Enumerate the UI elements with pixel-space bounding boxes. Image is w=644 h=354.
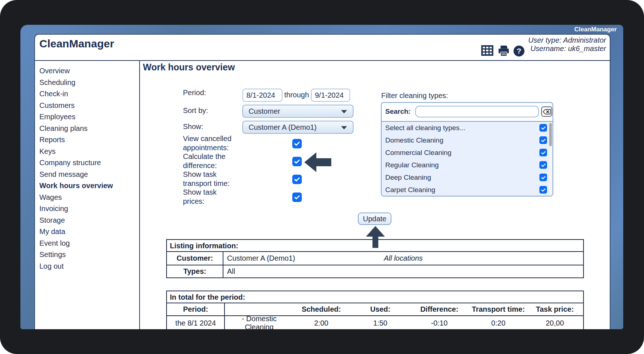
sidebar-item[interactable]: Keys	[39, 146, 113, 157]
cleaning-type-checkbox[interactable]	[539, 136, 547, 144]
listing-row-value: Customer A (Demo1)	[223, 254, 295, 262]
table-cell: 2:00	[290, 316, 352, 329]
view-cancelled-label: View cancelledappointments:	[183, 134, 231, 152]
sort-by-dropdown[interactable]: Customer	[242, 105, 354, 118]
sidebar-item[interactable]: Invoicing	[39, 203, 113, 215]
show-value: Customer A (Demo1)	[249, 123, 317, 131]
sidebar-item[interactable]: Company structure	[39, 157, 113, 169]
app-logo-title: CleanManager	[39, 38, 114, 50]
help-icon[interactable]: ?	[514, 46, 524, 57]
cleaning-type-row[interactable]: Regular Cleaning	[382, 159, 553, 171]
sidebar-item[interactable]: Wages	[39, 192, 113, 203]
table-cell: 20,00	[527, 316, 583, 329]
table-cell: - Domestic Cleaning	[225, 316, 290, 329]
sidebar-item[interactable]: Event log	[39, 238, 113, 249]
filter-panel: Search: Select all cleaning types...	[381, 102, 553, 197]
column-header	[225, 303, 290, 315]
cleaning-type-label: Select all cleaning types...	[385, 124, 465, 132]
cleaning-type-label: Deep Cleaning	[385, 174, 431, 181]
sidebar-item[interactable]: My data	[39, 226, 113, 238]
update-button[interactable]: Update	[358, 213, 391, 225]
transport-time-checkbox[interactable]	[292, 175, 302, 184]
sidebar-item[interactable]: Overview	[39, 65, 113, 77]
column-header: Scheduled:	[290, 303, 352, 315]
period-label: Period:	[183, 88, 206, 97]
cleaning-type-checkbox[interactable]	[539, 161, 547, 169]
sidebar-item[interactable]: Cleaning plans	[39, 123, 113, 135]
left-arrow-annotation	[304, 152, 331, 174]
app-panel: CleanManager ? User type: Administrator	[34, 34, 610, 329]
listing-row-label: Customer:	[167, 252, 223, 265]
table-cell: 0:20	[470, 316, 526, 329]
filter-title: Filter cleaning types:	[381, 91, 448, 100]
cleaning-type-list: Select all cleaning types... Domestic Cl…	[382, 122, 553, 196]
column-header: Task price:	[527, 303, 583, 315]
table-grid-icon[interactable]	[481, 45, 493, 57]
user-type-text: User type: Administrator	[528, 36, 606, 44]
browser-chrome-title: CleanManager	[574, 25, 617, 34]
chevron-down-icon	[341, 126, 347, 129]
sort-by-label: Sort by:	[183, 106, 208, 115]
sidebar-divider	[139, 61, 140, 329]
cleaning-type-label: Regular Cleaning	[385, 161, 439, 169]
cleaning-type-label: Domestic Cleaning	[385, 136, 443, 144]
user-info: User type: Administrator Username: uk6_m…	[528, 36, 606, 53]
cleaning-type-checkbox[interactable]	[539, 174, 547, 181]
sidebar-item[interactable]: Storage	[39, 215, 113, 226]
sidebar-item[interactable]: Settings	[39, 249, 113, 261]
view-cancelled-checkbox[interactable]	[292, 139, 302, 148]
sidebar-item[interactable]: Employees	[39, 111, 113, 123]
table-cell: the 8/1 2024	[167, 316, 225, 329]
totals-table: In total for the period: Period: Schedul…	[166, 291, 584, 329]
task-prices-label: Show taskprices:	[183, 188, 216, 206]
scrollbar-thumb[interactable]	[549, 123, 552, 146]
column-header: Used:	[352, 303, 408, 315]
period-from-input[interactable]	[242, 89, 282, 102]
cleaning-type-row[interactable]: Select all cleaning types...	[382, 122, 553, 134]
through-label: through	[284, 90, 309, 100]
table-row: the 8/1 2024 - Domestic Cleaning 2:00 1:…	[167, 316, 583, 329]
cleaning-type-row[interactable]: Commercial Cleaning	[382, 147, 553, 159]
up-arrow-annotation	[366, 226, 385, 249]
table-cell: 1:50	[352, 316, 408, 329]
sidebar-item[interactable]: Send message	[39, 169, 113, 180]
cleaning-type-label: Commercial Cleaning	[385, 149, 452, 156]
sidebar-item[interactable]: Scheduling	[39, 77, 113, 89]
table-cell: -0:10	[409, 316, 470, 329]
calculate-difference-label: Calculate thedifference:	[183, 152, 226, 170]
show-label: Show:	[183, 122, 203, 131]
cleaning-type-row[interactable]: Carpet Cleaning	[382, 184, 553, 196]
sidebar-item[interactable]: Check-in	[39, 88, 113, 100]
cleaning-type-checkbox[interactable]	[539, 186, 547, 194]
sort-by-value: Customer	[249, 107, 280, 115]
cleaning-type-row[interactable]: Deep Cleaning	[382, 171, 553, 184]
calculate-difference-checkbox[interactable]	[292, 157, 302, 166]
cleaning-type-checkbox[interactable]	[539, 149, 547, 156]
header-divider	[35, 60, 610, 61]
transport-time-label: Show tasktransport time:	[183, 170, 230, 188]
column-header: Transport time:	[470, 303, 526, 315]
period-to-input[interactable]	[311, 89, 350, 102]
device-frame: CleanManager CleanManager ?	[0, 0, 644, 354]
printer-icon[interactable]	[497, 46, 510, 57]
chevron-down-icon	[341, 110, 347, 113]
sidebar-item[interactable]: Log out	[39, 261, 113, 272]
filter-scrollbar[interactable]	[549, 122, 552, 195]
username-text: Username: uk6_master	[528, 44, 606, 53]
column-header: Period:	[167, 303, 225, 315]
sidebar-item[interactable]: Reports	[39, 134, 113, 146]
table-row: Types: All	[167, 265, 583, 277]
cleaning-type-checkbox[interactable]	[539, 124, 547, 132]
task-prices-checkbox[interactable]	[292, 192, 302, 202]
clear-search-button[interactable]	[541, 106, 552, 117]
listing-row-label: Types:	[167, 265, 223, 277]
browser-window: CleanManager CleanManager ?	[20, 25, 623, 329]
cleaning-type-row[interactable]: Domestic Cleaning	[382, 134, 553, 147]
search-label: Search:	[385, 108, 411, 116]
totals-title: In total for the period:	[167, 291, 583, 303]
totals-header-row: Period: Scheduled: Used: Difference: Tra…	[167, 303, 583, 316]
show-dropdown[interactable]: Customer A (Demo1)	[242, 121, 354, 134]
sidebar-item[interactable]: Work hours overview	[39, 180, 113, 192]
search-input[interactable]	[415, 106, 539, 117]
sidebar-item[interactable]: Customers	[39, 100, 113, 112]
